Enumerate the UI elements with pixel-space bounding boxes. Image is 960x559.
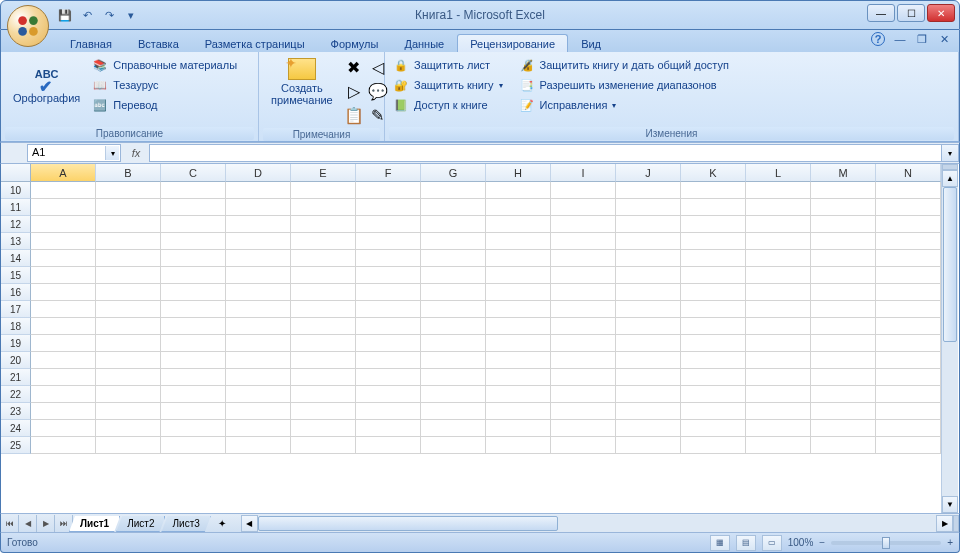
cell[interactable] — [421, 199, 486, 216]
column-header[interactable]: I — [551, 164, 616, 182]
cell[interactable] — [811, 403, 876, 420]
cell[interactable] — [551, 250, 616, 267]
close-workbook-icon[interactable]: ✕ — [937, 32, 951, 46]
cell[interactable] — [486, 386, 551, 403]
name-box-dropdown-icon[interactable]: ▾ — [105, 146, 119, 160]
cell[interactable] — [746, 318, 811, 335]
cell[interactable] — [96, 403, 161, 420]
tab-вид[interactable]: Вид — [568, 34, 614, 52]
cell[interactable] — [746, 386, 811, 403]
column-header[interactable]: G — [421, 164, 486, 182]
name-box[interactable]: A1▾ — [27, 144, 121, 162]
fx-label[interactable]: fx — [123, 147, 149, 159]
column-header[interactable]: D — [226, 164, 291, 182]
close-button[interactable]: ✕ — [927, 4, 955, 22]
cell[interactable] — [681, 250, 746, 267]
cell[interactable] — [161, 318, 226, 335]
cell[interactable] — [616, 233, 681, 250]
cell[interactable] — [161, 182, 226, 199]
row-header[interactable]: 22 — [1, 386, 31, 403]
cell[interactable] — [226, 386, 291, 403]
cell[interactable] — [681, 335, 746, 352]
sheet-nav-first-icon[interactable]: ⏮ — [1, 515, 19, 532]
cell[interactable] — [876, 301, 941, 318]
cell[interactable] — [291, 199, 356, 216]
cell[interactable] — [616, 250, 681, 267]
cell[interactable] — [356, 352, 421, 369]
cell[interactable] — [681, 437, 746, 454]
cell[interactable] — [746, 199, 811, 216]
cell[interactable] — [811, 420, 876, 437]
column-header[interactable]: E — [291, 164, 356, 182]
cell[interactable] — [551, 318, 616, 335]
cell[interactable] — [31, 318, 96, 335]
cell[interactable] — [96, 369, 161, 386]
cell[interactable] — [96, 250, 161, 267]
scroll-up-icon[interactable]: ▲ — [942, 170, 958, 187]
cell[interactable] — [96, 233, 161, 250]
cell[interactable] — [551, 182, 616, 199]
cell[interactable] — [746, 233, 811, 250]
cell[interactable] — [161, 250, 226, 267]
cell[interactable] — [96, 386, 161, 403]
cell[interactable] — [226, 301, 291, 318]
cell[interactable] — [616, 386, 681, 403]
cell[interactable] — [356, 216, 421, 233]
cell[interactable] — [31, 250, 96, 267]
column-header[interactable]: C — [161, 164, 226, 182]
cell[interactable] — [486, 182, 551, 199]
formula-input[interactable] — [149, 144, 941, 162]
scroll-thumb[interactable] — [943, 187, 957, 342]
cell[interactable] — [161, 369, 226, 386]
select-all-corner[interactable] — [1, 164, 31, 182]
tab-формулы[interactable]: Формулы — [318, 34, 392, 52]
cell[interactable] — [551, 403, 616, 420]
row-header[interactable]: 12 — [1, 216, 31, 233]
cell[interactable] — [876, 267, 941, 284]
cell[interactable] — [31, 352, 96, 369]
cell[interactable] — [356, 335, 421, 352]
cell[interactable] — [746, 420, 811, 437]
cell[interactable] — [681, 403, 746, 420]
cell[interactable] — [876, 250, 941, 267]
zoom-slider-thumb[interactable] — [882, 537, 890, 549]
cell[interactable] — [421, 250, 486, 267]
cell[interactable] — [96, 437, 161, 454]
cell[interactable] — [486, 437, 551, 454]
cell[interactable] — [746, 216, 811, 233]
cell[interactable] — [876, 335, 941, 352]
column-header[interactable]: H — [486, 164, 551, 182]
cell[interactable] — [161, 386, 226, 403]
cell[interactable] — [421, 437, 486, 454]
cell[interactable] — [96, 352, 161, 369]
cell[interactable] — [291, 369, 356, 386]
zoom-slider[interactable] — [831, 541, 941, 545]
cell[interactable] — [161, 301, 226, 318]
qat-dropdown-icon[interactable]: ▾ — [123, 7, 139, 23]
cell[interactable] — [811, 284, 876, 301]
cell[interactable] — [876, 437, 941, 454]
cell[interactable] — [96, 216, 161, 233]
cell[interactable] — [421, 369, 486, 386]
page-layout-button[interactable]: ▤ — [736, 535, 756, 551]
protect-sheet-button[interactable]: 🔒Защитить лист — [391, 56, 505, 74]
cell[interactable] — [551, 369, 616, 386]
cell[interactable] — [356, 301, 421, 318]
cell[interactable] — [31, 233, 96, 250]
cell[interactable] — [356, 267, 421, 284]
thesaurus-button[interactable]: 📖Тезаурус — [90, 76, 239, 94]
cell[interactable] — [291, 420, 356, 437]
cell[interactable] — [551, 420, 616, 437]
cell[interactable] — [811, 386, 876, 403]
cell[interactable] — [811, 216, 876, 233]
row-header[interactable]: 18 — [1, 318, 31, 335]
cell[interactable] — [356, 386, 421, 403]
cell[interactable] — [811, 233, 876, 250]
cell[interactable] — [681, 199, 746, 216]
cell[interactable] — [876, 199, 941, 216]
cell[interactable] — [291, 284, 356, 301]
cell[interactable] — [96, 182, 161, 199]
cell[interactable] — [486, 250, 551, 267]
cell[interactable] — [96, 284, 161, 301]
row-header[interactable]: 19 — [1, 335, 31, 352]
